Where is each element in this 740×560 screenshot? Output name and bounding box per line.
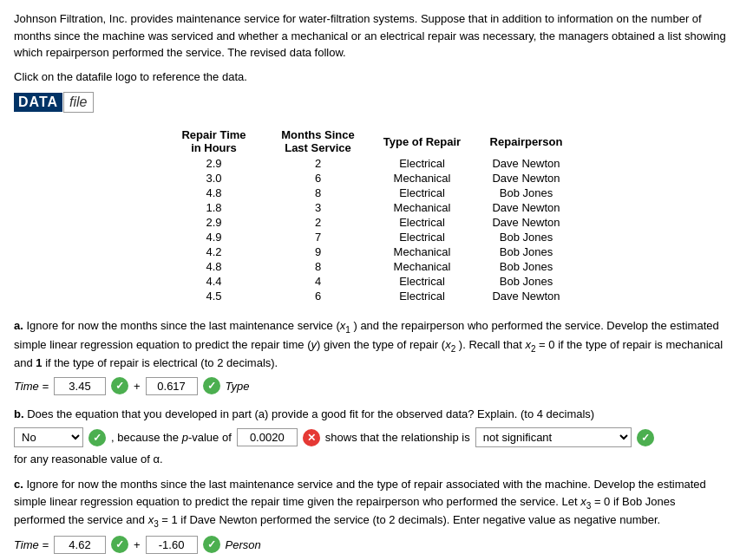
check-icon-b1: ✓	[88, 429, 106, 446]
table-row: 2.9 2 Electrical Dave Newton	[162, 215, 579, 230]
time-value1-c[interactable]	[54, 536, 106, 554]
time-value1-a[interactable]	[54, 377, 106, 395]
part-b-text: b. Does the equation that you developed …	[14, 406, 726, 423]
cell-type: Electrical	[370, 186, 475, 200]
part-a-description: Ignore for now the months since the last…	[14, 319, 723, 369]
cell-repair-time: 2.9	[162, 156, 266, 171]
table-row: 2.9 2 Electrical Dave Newton	[162, 156, 579, 171]
cell-person: Dave Newton	[475, 215, 579, 230]
cell-repair-time: 3.0	[162, 171, 266, 186]
part-b-answer: No Yes ✓ , because the p-value of ✕ show…	[14, 427, 726, 466]
shows-text: shows that the relationship is	[325, 431, 470, 444]
cell-type: Mechanical	[370, 244, 475, 259]
table-row: 1.8 3 Mechanical Dave Newton	[162, 200, 579, 215]
cell-repair-time: 2.9	[162, 215, 266, 230]
yes-no-dropdown[interactable]: No Yes	[14, 427, 83, 447]
cell-person: Bob Jones	[475, 244, 579, 259]
datafile-logo[interactable]: DATA file	[14, 92, 94, 113]
click-note: Click on the datafile logo to reference …	[14, 68, 726, 86]
part-a-answer: Time = ✓ + ✓ Type	[14, 377, 726, 395]
x-icon-b: ✕	[303, 429, 320, 446]
cell-type: Electrical	[370, 215, 475, 230]
cell-person: Bob Jones	[475, 186, 579, 200]
part-b-section: b. Does the equation that you developed …	[14, 406, 726, 466]
cell-person: Dave Newton	[475, 156, 579, 171]
check-icon-c2: ✓	[203, 536, 220, 553]
part-a-label: a.	[14, 319, 23, 332]
cell-repair-time: 4.5	[162, 289, 266, 303]
cell-months: 8	[266, 186, 370, 200]
plus-c: +	[134, 538, 141, 551]
because-text: , because the p-value of	[111, 431, 232, 444]
check-icon-a1: ✓	[111, 377, 128, 394]
part-c-answer: Time = ✓ + ✓ Person	[14, 536, 726, 554]
part-c-description: Ignore for now the months since the last…	[14, 478, 706, 526]
part-b-description: Does the equation that you developed in …	[27, 407, 594, 420]
col-header-type: Type of Repair	[370, 127, 475, 156]
table-row: 3.0 6 Mechanical Dave Newton	[162, 171, 579, 186]
type-label-a: Type	[226, 380, 250, 393]
pvalue-input[interactable]	[237, 428, 298, 446]
part-a-text: a. Ignore for now the months since the l…	[14, 317, 726, 372]
table-row: 4.5 6 Electrical Dave Newton	[162, 289, 579, 303]
part-c-section: c. Ignore for now the months since the l…	[14, 476, 726, 554]
check-icon-c1: ✓	[111, 536, 128, 553]
cell-person: Bob Jones	[475, 259, 579, 274]
col-header-person: Repairperson	[475, 127, 579, 156]
cell-months: 9	[266, 244, 370, 259]
data-text: DATA	[14, 93, 62, 112]
data-table: Repair Time in Hours Months Since Last S…	[162, 127, 579, 303]
cell-type: Electrical	[370, 230, 475, 244]
person-label-c: Person	[226, 538, 261, 551]
plus-a: +	[134, 380, 141, 393]
cell-type: Electrical	[370, 289, 475, 303]
part-c-text: c. Ignore for now the months since the l…	[14, 476, 726, 531]
cell-repair-time: 4.9	[162, 230, 266, 244]
table-row: 4.2 9 Mechanical Bob Jones	[162, 244, 579, 259]
col-header-months: Months Since Last Service	[266, 127, 370, 156]
part-a-section: a. Ignore for now the months since the l…	[14, 317, 726, 395]
cell-type: Electrical	[370, 156, 475, 171]
part-c-label: c.	[14, 478, 23, 491]
cell-repair-time: 4.8	[162, 259, 266, 274]
col-header-repair: Repair Time in Hours	[162, 127, 266, 156]
cell-months: 8	[266, 259, 370, 274]
cell-months: 6	[266, 289, 370, 303]
intro-paragraph: Johnson Filtration, Inc. provides mainte…	[14, 10, 726, 62]
cell-type: Mechanical	[370, 200, 475, 215]
table-row: 4.8 8 Electrical Bob Jones	[162, 186, 579, 200]
table-row: 4.9 7 Electrical Bob Jones	[162, 230, 579, 244]
cell-months: 3	[266, 200, 370, 215]
cell-person: Dave Newton	[475, 200, 579, 215]
cell-type: Mechanical	[370, 171, 475, 186]
cell-months: 6	[266, 171, 370, 186]
cell-repair-time: 4.8	[162, 186, 266, 200]
suffix-text: for any reasonable value of α.	[14, 453, 163, 466]
significance-dropdown[interactable]: not significant significant	[475, 427, 632, 447]
time-value2-c[interactable]	[146, 536, 198, 554]
cell-person: Dave Newton	[475, 171, 579, 186]
time-value2-a[interactable]	[146, 377, 198, 395]
check-icon-a2: ✓	[203, 377, 220, 394]
table-row: 4.8 8 Mechanical Bob Jones	[162, 259, 579, 274]
cell-repair-time: 4.4	[162, 274, 266, 289]
cell-months: 2	[266, 156, 370, 171]
cell-type: Mechanical	[370, 259, 475, 274]
cell-months: 4	[266, 274, 370, 289]
cell-person: Bob Jones	[475, 230, 579, 244]
cell-repair-time: 1.8	[162, 200, 266, 215]
time-label-c: Time =	[14, 538, 49, 551]
cell-months: 2	[266, 215, 370, 230]
cell-person: Bob Jones	[475, 274, 579, 289]
file-text: file	[63, 92, 93, 113]
cell-type: Electrical	[370, 274, 475, 289]
cell-months: 7	[266, 230, 370, 244]
cell-repair-time: 4.2	[162, 244, 266, 259]
cell-person: Dave Newton	[475, 289, 579, 303]
table-row: 4.4 4 Electrical Bob Jones	[162, 274, 579, 289]
time-label-a: Time =	[14, 380, 49, 393]
part-b-label: b.	[14, 407, 24, 420]
check-icon-b2: ✓	[637, 429, 654, 446]
